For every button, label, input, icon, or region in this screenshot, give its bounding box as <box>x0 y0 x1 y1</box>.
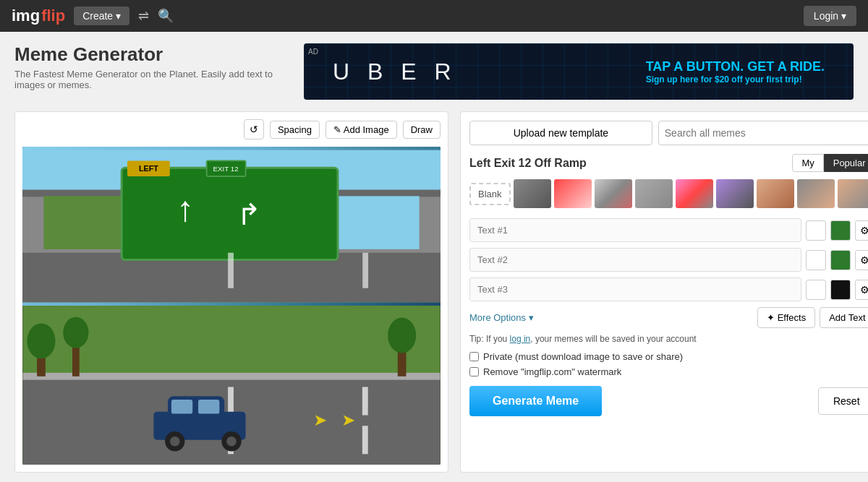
spacing-button[interactable]: Spacing <box>270 121 320 139</box>
text3-color-black[interactable] <box>830 280 851 300</box>
template-actions: Upload new template <box>469 121 868 145</box>
toolbar: ↺ Spacing ✎ Add Image Draw <box>22 119 441 139</box>
svg-rect-15 <box>362 253 368 288</box>
draw-button[interactable]: Draw <box>403 121 441 139</box>
text1-color-white[interactable] <box>806 220 826 241</box>
meme-bottom: ➤ ➤ <box>22 306 441 465</box>
left-panel: ↺ Spacing ✎ Add Image Draw <box>14 111 448 473</box>
private-checkbox[interactable] <box>469 352 479 361</box>
svg-rect-21 <box>362 387 368 415</box>
watermark-checkbox[interactable] <box>469 367 479 376</box>
page-title: Meme Generator <box>14 43 289 66</box>
thumb-item[interactable] <box>757 179 794 208</box>
tip-login-link[interactable]: log in <box>510 334 531 344</box>
generate-button[interactable]: Generate Meme <box>469 386 602 416</box>
thumb-item[interactable] <box>676 179 713 208</box>
shuffle-icon[interactable]: ⇌ <box>138 8 149 24</box>
svg-rect-28 <box>198 400 219 414</box>
upload-template-button[interactable]: Upload new template <box>469 121 652 145</box>
text2-gear-button[interactable]: ⚙ <box>855 250 868 270</box>
login-button[interactable]: Login ▾ <box>804 6 856 26</box>
ad-label: AD <box>308 48 318 56</box>
text3-color-white[interactable] <box>806 280 826 300</box>
add-image-button[interactable]: ✎ Add Image <box>326 121 397 139</box>
search-input[interactable] <box>658 121 868 145</box>
watermark-label: Remove "imgflip.com" watermark <box>483 366 621 377</box>
tab-my[interactable]: My <box>792 154 823 172</box>
svg-point-36 <box>63 317 88 348</box>
navbar-left: imgflip Create ▾ ⇌ 🔍 <box>12 7 174 25</box>
thumb-item[interactable] <box>838 179 868 208</box>
svg-text:➤: ➤ <box>341 410 355 429</box>
text2-color-green[interactable] <box>830 250 851 270</box>
tip-prefix: Tip: If you <box>469 334 510 344</box>
svg-point-30 <box>170 436 180 447</box>
template-title-row: Left Exit 12 Off Ramp My Popular <box>469 154 868 172</box>
text1-row: ⚙ <box>469 218 868 242</box>
page-subtitle: The Fastest Meme Generator on the Planet… <box>14 69 289 90</box>
svg-text:EXIT 12: EXIT 12 <box>213 165 239 173</box>
add-text-button[interactable]: Add Text <box>820 307 868 328</box>
text3-gear-button[interactable]: ⚙ <box>855 280 868 300</box>
meme-top: LEFT EXIT 12 ↑ ↱ <box>22 147 441 306</box>
effects-button[interactable]: ✦ Effects <box>757 307 815 328</box>
logo-flip: flip <box>41 7 65 25</box>
thumbnails: Blank <box>469 179 868 208</box>
watermark-checkbox-row: Remove "imgflip.com" watermark <box>469 366 868 377</box>
svg-text:↑: ↑ <box>176 189 194 228</box>
search-icon[interactable]: 🔍 <box>158 8 174 24</box>
tab-group: My Popular <box>792 154 868 172</box>
thumb-blank[interactable]: Blank <box>469 183 511 205</box>
thumb-item[interactable] <box>635 179 673 208</box>
thumb-item[interactable] <box>595 179 632 208</box>
private-checkbox-row: Private (must download image to save or … <box>469 351 868 362</box>
ad-subtext-prefix: Sign up here for <box>646 74 715 85</box>
svg-text:LEFT: LEFT <box>139 164 158 173</box>
private-label: Private (must download image to save or … <box>483 351 683 362</box>
options-row: More Options ▾ ✦ Effects Add Text <box>469 307 868 328</box>
svg-rect-27 <box>171 400 192 414</box>
generate-row: Generate Meme Reset <box>469 386 868 416</box>
template-title: Left Exit 12 Off Ramp <box>469 157 587 170</box>
svg-point-32 <box>226 436 237 447</box>
thumb-item[interactable] <box>514 179 551 208</box>
text1-color-green[interactable] <box>830 220 851 241</box>
logo-img: img <box>12 7 40 25</box>
navbar: imgflip Create ▾ ⇌ 🔍 Login ▾ <box>0 0 868 32</box>
text3-row: ⚙ <box>469 277 868 301</box>
text3-input[interactable] <box>469 277 801 301</box>
header-left: Meme Generator The Fastest Meme Generato… <box>14 43 289 100</box>
text1-gear-button[interactable]: ⚙ <box>855 220 868 241</box>
create-button[interactable]: Create ▾ <box>74 7 129 25</box>
tip-text: Tip: If you log in, your memes will be s… <box>469 334 868 344</box>
tab-popular[interactable]: Popular <box>824 154 868 172</box>
svg-point-38 <box>388 318 416 353</box>
svg-point-34 <box>27 323 55 358</box>
svg-rect-14 <box>228 253 234 288</box>
header-section: Meme Generator The Fastest Meme Generato… <box>14 43 854 100</box>
bottom-scene-svg: ➤ ➤ <box>22 306 441 465</box>
rotate-button[interactable]: ↺ <box>244 119 264 139</box>
thumb-item[interactable] <box>797 179 835 208</box>
thumb-item[interactable] <box>716 179 754 208</box>
text2-row: ⚙ <box>469 248 868 272</box>
ad-text-block: TAP A BUTTON. GET A RIDE. Sign up here f… <box>646 59 825 85</box>
svg-rect-22 <box>362 426 368 454</box>
thumb-item[interactable] <box>554 179 592 208</box>
logo[interactable]: imgflip <box>12 7 65 25</box>
svg-text:➤: ➤ <box>313 410 327 429</box>
ad-subtext: Sign up here for $20 off your first trip… <box>646 74 825 85</box>
action-buttons: ✦ Effects Add Text <box>757 307 868 328</box>
top-scene-svg: LEFT EXIT 12 ↑ ↱ <box>22 147 441 306</box>
uber-logo: U B E R <box>333 59 457 85</box>
text2-color-white[interactable] <box>806 250 826 270</box>
content-area: ↺ Spacing ✎ Add Image Draw <box>14 111 854 473</box>
text1-input[interactable] <box>469 218 801 242</box>
svg-text:↱: ↱ <box>237 198 261 231</box>
reset-button[interactable]: Reset <box>818 387 868 415</box>
ad-banner: AD U B E R TAP A BUTTON. GET A RIDE. Sig… <box>304 43 854 100</box>
ad-headline: TAP A BUTTON. GET A RIDE. <box>646 59 825 74</box>
more-options-button[interactable]: More Options ▾ <box>469 312 534 323</box>
meme-image: LEFT EXIT 12 ↑ ↱ <box>22 147 441 465</box>
text2-input[interactable] <box>469 248 801 272</box>
